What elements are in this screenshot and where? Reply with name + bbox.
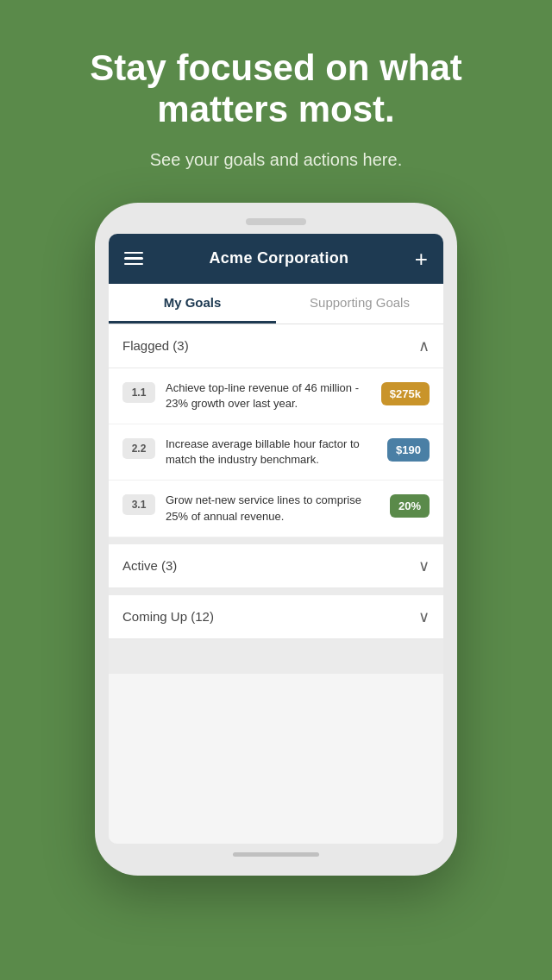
flagged-goals-list: 1.1 Achieve top-line revenue of 46 milli… bbox=[109, 368, 443, 537]
goal-number-3-1: 3.1 bbox=[122, 494, 155, 515]
phone-screen: Acme Corporation + My Goals Supporting G… bbox=[109, 234, 443, 844]
goals-content: Flagged (3) ∧ 1.1 Achieve top-line reven… bbox=[109, 324, 443, 844]
goal-badge-1-1: $275k bbox=[381, 382, 430, 405]
divider-3 bbox=[109, 639, 443, 674]
flagged-section-title: Flagged (3) bbox=[122, 338, 189, 353]
goal-item-1-1[interactable]: 1.1 Achieve top-line revenue of 46 milli… bbox=[109, 368, 443, 424]
add-goal-button[interactable]: + bbox=[415, 248, 428, 270]
hero-subtitle: See your goals and actions here. bbox=[150, 150, 402, 170]
goal-badge-3-1: 20% bbox=[390, 494, 430, 518]
goal-badge-2-2: $190 bbox=[387, 438, 430, 462]
goal-text-1-1: Achieve top-line revenue of 46 million -… bbox=[166, 380, 371, 411]
active-expand-icon: ∨ bbox=[418, 556, 430, 575]
app-header: Acme Corporation + bbox=[109, 234, 443, 284]
flagged-section-header[interactable]: Flagged (3) ∧ bbox=[109, 324, 443, 368]
divider-1 bbox=[109, 537, 443, 544]
tab-my-goals[interactable]: My Goals bbox=[109, 284, 276, 324]
goal-text-2-2: Increase average billable hour factor to… bbox=[166, 437, 377, 468]
goal-number-1-1: 1.1 bbox=[122, 382, 155, 403]
flagged-collapse-icon: ∧ bbox=[418, 336, 430, 355]
phone-mockup: Acme Corporation + My Goals Supporting G… bbox=[95, 203, 457, 876]
goal-item-3-1[interactable]: 3.1 Grow net-new service lines to compri… bbox=[109, 481, 443, 537]
active-section-title: Active (3) bbox=[122, 558, 177, 573]
phone-speaker bbox=[246, 218, 306, 225]
phone-home-indicator bbox=[233, 852, 319, 857]
goal-number-2-2: 2.2 bbox=[122, 438, 155, 459]
divider-2 bbox=[109, 588, 443, 595]
coming-up-section-header[interactable]: Coming Up (12) ∨ bbox=[109, 595, 443, 639]
coming-up-section-title: Coming Up (12) bbox=[122, 609, 214, 624]
coming-up-expand-icon: ∨ bbox=[418, 607, 430, 626]
goal-text-3-1: Grow net-new service lines to comprise 2… bbox=[166, 493, 380, 524]
active-section-header[interactable]: Active (3) ∨ bbox=[109, 544, 443, 588]
tab-supporting-goals[interactable]: Supporting Goals bbox=[276, 284, 443, 324]
hamburger-menu-icon[interactable] bbox=[124, 252, 143, 266]
hero-title: Stay focused on what matters most. bbox=[0, 47, 552, 131]
goal-item-2-2[interactable]: 2.2 Increase average billable hour facto… bbox=[109, 424, 443, 481]
app-header-title: Acme Corporation bbox=[209, 249, 348, 267]
tab-bar: My Goals Supporting Goals bbox=[109, 284, 443, 324]
